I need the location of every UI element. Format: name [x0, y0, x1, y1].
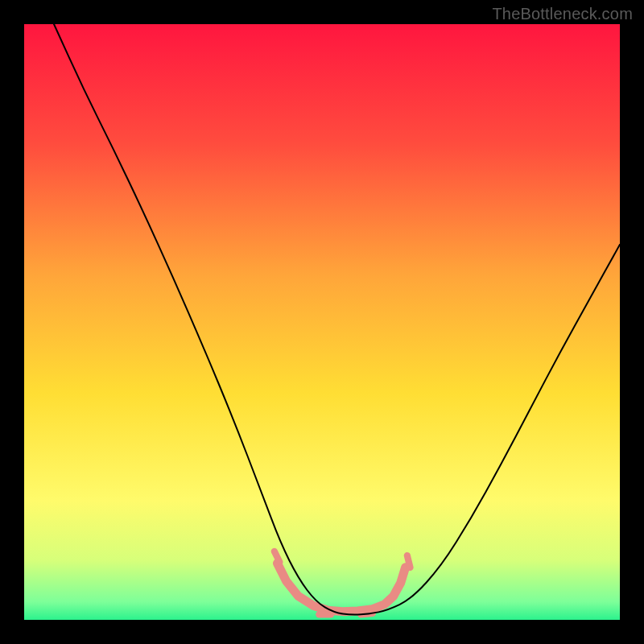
- plot-background-gradient: [24, 24, 620, 620]
- chart-container: TheBottleneck.com: [0, 0, 644, 644]
- chart-svg: [0, 0, 644, 644]
- optimal-range-doodle-fleck: [407, 555, 411, 568]
- watermark-text: TheBottleneck.com: [492, 5, 633, 23]
